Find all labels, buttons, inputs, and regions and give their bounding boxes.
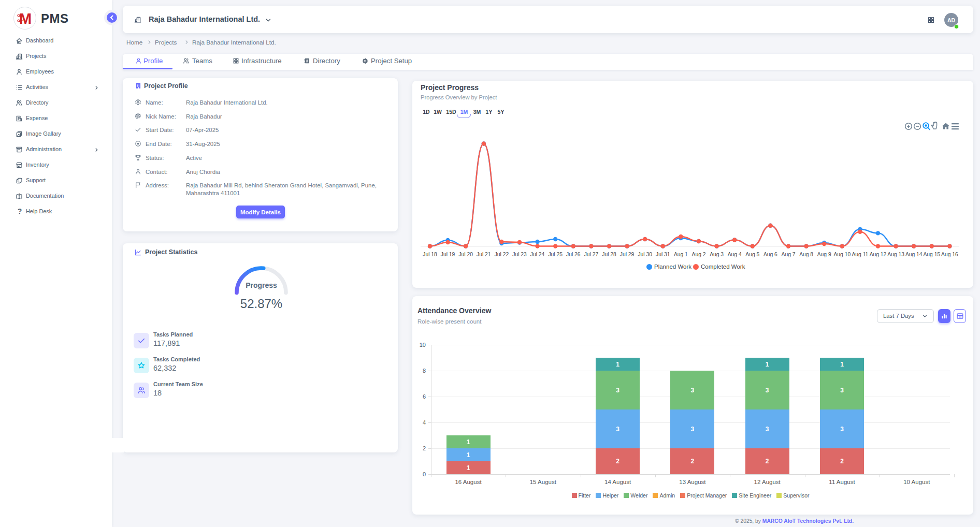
svg-text:Aug 4: Aug 4 (728, 252, 742, 257)
svg-text:Aug 8: Aug 8 (799, 252, 813, 257)
svg-text:Jul 25: Jul 25 (548, 252, 563, 257)
svg-text:Jul 27: Jul 27 (584, 252, 599, 257)
svg-text:Aug 14: Aug 14 (905, 252, 923, 257)
svg-text:Jul 24: Jul 24 (530, 252, 545, 257)
svg-text:Jul 22: Jul 22 (495, 252, 509, 257)
svg-text:Aug 16: Aug 16 (941, 252, 958, 257)
svg-text:Aug 7: Aug 7 (782, 252, 796, 257)
svg-text:Jul 30: Jul 30 (638, 252, 652, 257)
svg-text:Aug 3: Aug 3 (710, 252, 724, 257)
svg-text:Aug 12: Aug 12 (870, 252, 887, 257)
svg-text:Jul 20: Jul 20 (458, 252, 473, 257)
svg-text:Jul 29: Jul 29 (620, 252, 635, 257)
svg-text:Aug 6: Aug 6 (763, 252, 777, 257)
svg-text:Jul 28: Jul 28 (602, 252, 616, 257)
svg-text:Aug 2: Aug 2 (692, 252, 706, 257)
svg-text:M: M (19, 10, 32, 27)
svg-text:Jul 23: Jul 23 (512, 252, 527, 257)
svg-text:Jul 31: Jul 31 (656, 252, 670, 257)
svg-text:Aug 11: Aug 11 (852, 252, 868, 257)
svg-text:Jul 19: Jul 19 (441, 252, 455, 257)
svg-text:Aug 9: Aug 9 (817, 252, 831, 257)
svg-text:Jul 26: Jul 26 (566, 252, 581, 257)
svg-text:Aug 10: Aug 10 (833, 252, 851, 257)
svg-text:Jul 18: Jul 18 (423, 252, 437, 257)
svg-text:Aug 13: Aug 13 (887, 252, 904, 257)
svg-text:Jul 21: Jul 21 (477, 252, 491, 257)
svg-text:Aug 5: Aug 5 (745, 252, 759, 257)
svg-text:Aug 1: Aug 1 (674, 252, 688, 257)
svg-text:Aug 15: Aug 15 (923, 252, 940, 257)
